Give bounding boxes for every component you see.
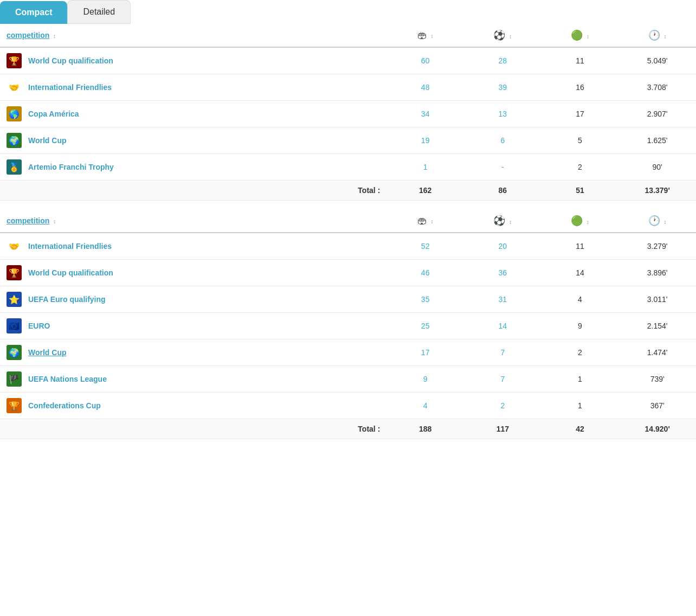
table-row: 🏆Confederations Cup421367' — [0, 393, 696, 419]
col3-value: 14 — [542, 260, 619, 286]
col1-value: 19 — [386, 127, 464, 154]
tab-compact[interactable]: Compact — [0, 1, 67, 24]
col2-header[interactable]: ⚽ ↕ — [464, 24, 542, 47]
col4-header[interactable]: 🕐 ↕ — [618, 24, 696, 47]
competition-cell: 🤝International Friendlies — [0, 74, 386, 101]
col1-value: 4 — [386, 393, 464, 419]
col3-header[interactable]: 🟢 ↕ — [542, 24, 619, 47]
icon-wc: 🌍 — [7, 345, 22, 360]
competition-name: UEFA Nations League — [28, 375, 107, 383]
green-ball-icon: 🟢 — [571, 30, 583, 41]
col3-value: 11 — [542, 47, 619, 74]
competition-name: UEFA Euro qualifying — [28, 295, 106, 304]
sort-icon-competition: ↕ — [53, 33, 56, 39]
table-row: 🏴UEFA Nations League971739' — [0, 366, 696, 393]
icon-artemio: 🏅 — [7, 159, 22, 175]
col2-value: 2 — [464, 393, 542, 419]
col1-value: 34 — [386, 101, 464, 127]
col3-value: 16 — [542, 74, 619, 101]
icon-wc-qual: 🏆 — [7, 265, 22, 280]
col4-value: 1.625' — [618, 127, 696, 154]
icon-wc-qual: 🏆 — [7, 53, 22, 68]
table-row: 🤝International Friendlies5220113.279' — [0, 233, 696, 260]
tab-detailed[interactable]: Detailed — [67, 0, 131, 24]
stadium-icon: 🏟 — [417, 30, 427, 41]
col2-competition-header[interactable]: competition ↕ — [0, 209, 386, 233]
col1-value: 48 — [386, 74, 464, 101]
competition-name: EURO — [28, 322, 50, 330]
sort-icon-col4: ↕ — [664, 34, 667, 40]
col3-value: 9 — [542, 313, 619, 339]
icon-wc: 🌍 — [7, 133, 22, 148]
col3-value: 4 — [542, 286, 619, 313]
col2-1-header[interactable]: 🏟 ↕ — [386, 209, 464, 233]
competition-cell: 🤝International Friendlies — [0, 233, 386, 260]
col4-value: 3.708' — [618, 74, 696, 101]
table-row: 🌎Copa América3413172.907' — [0, 101, 696, 127]
total-col3: 51 — [542, 181, 619, 201]
competition-name: World Cup — [28, 136, 67, 145]
col2-3-header[interactable]: 🟢 ↕ — [542, 209, 619, 233]
sort-icon2-competition: ↕ — [53, 219, 56, 224]
competition-name: Copa América — [28, 110, 79, 118]
table-row: 🌍World Cup19651.625' — [0, 127, 696, 154]
section1-table: competition ↕ 🏟 ↕ ⚽ ↕ 🟢 ↕ 🕐 ↕ 🏆World Cup… — [0, 24, 696, 201]
table-row: 🏆World Cup qualification4636143.896' — [0, 260, 696, 286]
col4-value: 739' — [618, 366, 696, 393]
table-row: 🌍World Cup17721.474' — [0, 339, 696, 366]
col4-value: 367' — [618, 393, 696, 419]
col2-value: 7 — [464, 339, 542, 366]
competition-cell: 🌍World Cup — [0, 127, 386, 154]
col2-value: 28 — [464, 47, 542, 74]
total-row: Total :1881174214.920' — [0, 419, 696, 439]
sort-icon-col2: ↕ — [509, 34, 512, 40]
sort-icon2-col3: ↕ — [587, 219, 589, 225]
ball2-icon: ⚽ — [493, 215, 505, 226]
table-row: 🏆World Cup qualification6028115.049' — [0, 47, 696, 74]
total-col1: 188 — [386, 419, 464, 439]
col1-value: 9 — [386, 366, 464, 393]
competition-name[interactable]: World Cup — [28, 348, 67, 357]
green-ball2-icon: 🟢 — [571, 215, 583, 226]
col1-value: 1 — [386, 154, 464, 181]
competition-cell: 🌍World Cup — [0, 339, 386, 366]
competition-name: Confederations Cup — [28, 401, 101, 410]
table-row: 🏅Artemio Franchi Trophy1-290' — [0, 154, 696, 181]
sort-icon-col3: ↕ — [587, 34, 589, 40]
total-col3: 42 — [542, 419, 619, 439]
col2-2-header[interactable]: ⚽ ↕ — [464, 209, 542, 233]
col3-value: 11 — [542, 233, 619, 260]
col4-value: 90' — [618, 154, 696, 181]
competition-cell: 🏆World Cup qualification — [0, 47, 386, 74]
col2-value: 7 — [464, 366, 542, 393]
table-row: 🤝International Friendlies4839163.708' — [0, 74, 696, 101]
col-competition-header[interactable]: competition ↕ — [0, 24, 386, 47]
icon-friendly: 🤝 — [7, 80, 22, 95]
stadium2-icon: 🏟 — [417, 215, 427, 226]
col4-value: 2.154' — [618, 313, 696, 339]
col4-value: 3.279' — [618, 233, 696, 260]
competition-cell: 🇪🇺EURO — [0, 313, 386, 339]
col4-value: 3.896' — [618, 260, 696, 286]
table-row: ⭐UEFA Euro qualifying353143.011' — [0, 286, 696, 313]
sort-icon-col1: ↕ — [431, 33, 434, 39]
col2-4-header[interactable]: 🕐 ↕ — [618, 209, 696, 233]
competition-cell: 🏆Confederations Cup — [0, 393, 386, 419]
icon-euro: 🇪🇺 — [7, 318, 22, 333]
icon-nations: 🏴 — [7, 371, 22, 387]
section1-header-row: competition ↕ 🏟 ↕ ⚽ ↕ 🟢 ↕ 🕐 ↕ — [0, 24, 696, 47]
col1-value: 35 — [386, 286, 464, 313]
total-col2: 86 — [464, 181, 542, 201]
col2-value: 13 — [464, 101, 542, 127]
col3-value: 5 — [542, 127, 619, 154]
col3-value: 1 — [542, 393, 619, 419]
col1-value: 25 — [386, 313, 464, 339]
icon-friendly: 🤝 — [7, 239, 22, 254]
icon-confed: 🏆 — [7, 398, 22, 413]
sort-icon2-col1: ↕ — [431, 219, 434, 224]
col2-value: 31 — [464, 286, 542, 313]
col1-header[interactable]: 🏟 ↕ — [386, 24, 464, 47]
total-label: Total : — [0, 419, 386, 439]
col4-value: 5.049' — [618, 47, 696, 74]
sort-icon2-col2: ↕ — [509, 219, 512, 225]
